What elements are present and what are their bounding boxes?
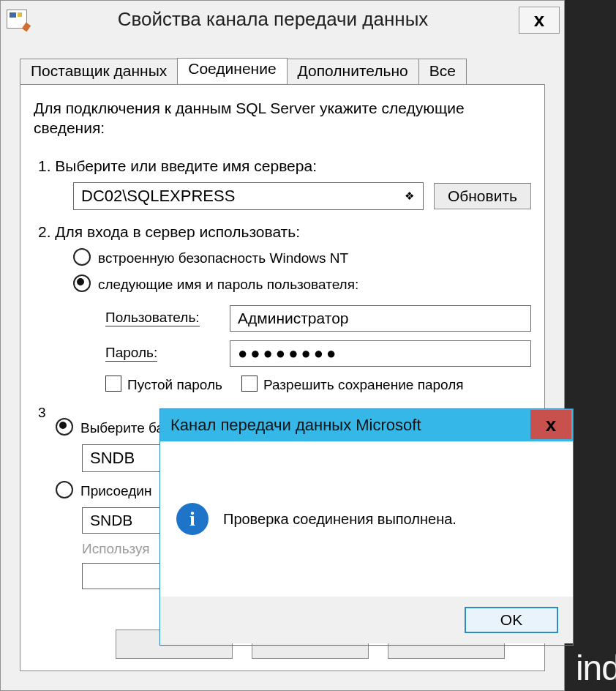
radio-attach-db-label: Присоедин: [80, 483, 151, 499]
ok-button[interactable]: OK: [465, 607, 558, 633]
user-field[interactable]: Администратор: [230, 305, 531, 332]
blank-password-label: Пустой пароль: [127, 377, 222, 393]
password-field[interactable]: ●●●●●●●●: [230, 340, 531, 367]
allow-save-label: Разрешить сохранение пароля: [263, 377, 464, 393]
watermark: ind: [576, 648, 616, 688]
radio-user-auth[interactable]: [73, 274, 91, 292]
attach-db-value: SNDB: [90, 512, 132, 529]
app-icon: [7, 10, 27, 29]
message-box-title: Канал передачи данных Microsoft: [170, 416, 421, 435]
user-label: Пользователь:: [105, 310, 200, 326]
user-value: Администратор: [238, 310, 349, 327]
info-icon: i: [176, 503, 209, 535]
refresh-button[interactable]: Обновить: [434, 183, 531, 209]
radio-attach-db[interactable]: [56, 481, 73, 498]
tab-all[interactable]: Все: [418, 59, 467, 84]
message-box-close-button[interactable]: x: [530, 410, 571, 439]
allow-save-checkbox[interactable]: [241, 376, 258, 392]
tab-connection[interactable]: Соединение: [177, 58, 287, 83]
radio-windows-auth[interactable]: [73, 248, 91, 266]
chevron-down-icon[interactable]: ❖: [397, 190, 423, 203]
blank-password-checkbox[interactable]: [105, 376, 121, 392]
close-button[interactable]: x: [519, 7, 560, 34]
server-name-value: DC02\SQLEXPRESS: [74, 187, 397, 206]
password-label: Пароль:: [105, 345, 157, 362]
window-title: Свойства канала передачи данных: [27, 8, 519, 31]
titlebar: Свойства канала передачи данных x: [1, 1, 564, 37]
tab-provider[interactable]: Поставщик данных: [20, 59, 178, 84]
tab-advanced[interactable]: Дополнительно: [287, 59, 419, 84]
tab-strip: Поставщик данных Соединение Дополнительн…: [20, 58, 467, 83]
message-box-text: Проверка соединения выполнена.: [223, 511, 457, 528]
radio-windows-auth-label: встроенную безопасность Windows NT: [98, 250, 348, 266]
server-name-combo[interactable]: DC02\SQLEXPRESS ❖: [73, 182, 424, 210]
step2-label: 2. Для входа в сервер использовать:: [38, 223, 531, 241]
instructions: Для подключения к данным SQL Server укаж…: [34, 98, 531, 138]
radio-user-auth-label: следующие имя и пароль пользователя:: [98, 277, 358, 293]
message-box: Канал передачи данных Microsoft x i Пров…: [159, 408, 574, 646]
step1-label: 1. Выберите или введите имя сервера:: [38, 157, 531, 175]
password-value: ●●●●●●●●: [238, 344, 339, 363]
radio-select-db[interactable]: [56, 418, 73, 436]
